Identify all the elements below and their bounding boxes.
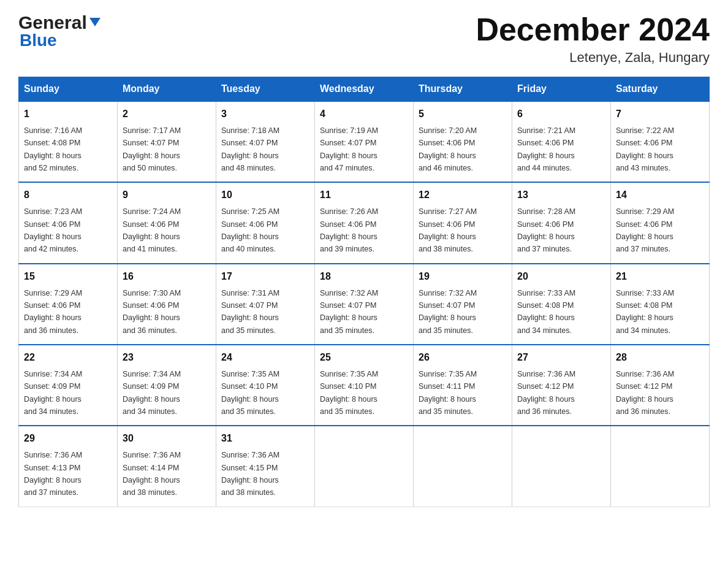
calendar-cell [315, 426, 414, 507]
header-saturday: Saturday [611, 77, 710, 102]
day-number: 30 [123, 431, 211, 446]
day-number: 6 [517, 107, 605, 122]
day-number: 25 [320, 350, 408, 366]
location-label: Letenye, Zala, Hungary [476, 50, 710, 66]
day-number: 16 [123, 269, 211, 285]
day-info: Sunrise: 7:30 AMSunset: 4:06 PMDaylight:… [123, 289, 181, 335]
header-thursday: Thursday [414, 77, 512, 102]
day-info: Sunrise: 7:35 AMSunset: 4:10 PMDaylight:… [320, 370, 378, 416]
calendar-cell: 6 Sunrise: 7:21 AMSunset: 4:06 PMDayligh… [512, 101, 611, 182]
header-monday: Monday [118, 77, 216, 102]
day-number: 26 [419, 350, 507, 366]
day-number: 2 [123, 107, 211, 122]
calendar-cell: 25 Sunrise: 7:35 AMSunset: 4:10 PMDaylig… [315, 345, 414, 426]
header-wednesday: Wednesday [315, 77, 414, 102]
day-info: Sunrise: 7:32 AMSunset: 4:07 PMDaylight:… [320, 289, 378, 335]
day-number: 3 [221, 107, 309, 122]
day-info: Sunrise: 7:31 AMSunset: 4:07 PMDaylight:… [221, 289, 279, 335]
day-number: 17 [221, 269, 309, 285]
calendar-week-5: 29 Sunrise: 7:36 AMSunset: 4:13 PMDaylig… [19, 426, 710, 507]
day-info: Sunrise: 7:26 AMSunset: 4:06 PMDaylight:… [320, 207, 378, 253]
day-number: 7 [616, 107, 704, 122]
day-info: Sunrise: 7:29 AMSunset: 4:06 PMDaylight:… [616, 207, 674, 253]
header-tuesday: Tuesday [216, 77, 315, 102]
calendar-cell: 1 Sunrise: 7:16 AMSunset: 4:08 PMDayligh… [19, 101, 118, 182]
day-info: Sunrise: 7:23 AMSunset: 4:06 PMDaylight:… [24, 207, 82, 253]
day-number: 27 [517, 350, 605, 366]
day-number: 29 [24, 431, 112, 446]
calendar-week-1: 1 Sunrise: 7:16 AMSunset: 4:08 PMDayligh… [19, 101, 710, 182]
day-info: Sunrise: 7:35 AMSunset: 4:10 PMDaylight:… [221, 370, 279, 416]
calendar-cell [414, 426, 512, 507]
calendar-cell: 23 Sunrise: 7:34 AMSunset: 4:09 PMDaylig… [118, 345, 216, 426]
day-number: 14 [616, 188, 704, 203]
calendar-cell: 27 Sunrise: 7:36 AMSunset: 4:12 PMDaylig… [512, 345, 611, 426]
day-number: 28 [616, 350, 704, 366]
title-area: December 2024 Letenye, Zala, Hungary [476, 12, 710, 66]
calendar-cell [512, 426, 611, 507]
calendar-table: SundayMondayTuesdayWednesdayThursdayFrid… [18, 77, 710, 507]
calendar-cell: 2 Sunrise: 7:17 AMSunset: 4:07 PMDayligh… [118, 101, 216, 182]
logo-general-text: General [18, 12, 87, 33]
day-number: 15 [24, 269, 112, 285]
day-number: 11 [320, 188, 408, 203]
day-info: Sunrise: 7:17 AMSunset: 4:07 PMDaylight:… [123, 126, 181, 172]
calendar-cell: 29 Sunrise: 7:36 AMSunset: 4:13 PMDaylig… [19, 426, 118, 507]
calendar-cell: 4 Sunrise: 7:19 AMSunset: 4:07 PMDayligh… [315, 101, 414, 182]
day-number: 23 [123, 350, 211, 366]
day-number: 20 [517, 269, 605, 285]
calendar-cell: 15 Sunrise: 7:29 AMSunset: 4:06 PMDaylig… [19, 264, 118, 345]
calendar-cell: 13 Sunrise: 7:28 AMSunset: 4:06 PMDaylig… [512, 182, 611, 263]
day-info: Sunrise: 7:18 AMSunset: 4:07 PMDaylight:… [221, 126, 279, 172]
calendar-cell: 26 Sunrise: 7:35 AMSunset: 4:11 PMDaylig… [414, 345, 512, 426]
day-info: Sunrise: 7:24 AMSunset: 4:06 PMDaylight:… [123, 207, 181, 253]
calendar-cell: 17 Sunrise: 7:31 AMSunset: 4:07 PMDaylig… [216, 264, 315, 345]
day-info: Sunrise: 7:16 AMSunset: 4:08 PMDaylight:… [24, 126, 82, 172]
calendar-cell: 14 Sunrise: 7:29 AMSunset: 4:06 PMDaylig… [611, 182, 710, 263]
day-number: 21 [616, 269, 704, 285]
calendar-week-2: 8 Sunrise: 7:23 AMSunset: 4:06 PMDayligh… [19, 182, 710, 263]
day-number: 22 [24, 350, 112, 366]
calendar-cell: 30 Sunrise: 7:36 AMSunset: 4:14 PMDaylig… [118, 426, 216, 507]
calendar-week-4: 22 Sunrise: 7:34 AMSunset: 4:09 PMDaylig… [19, 345, 710, 426]
day-info: Sunrise: 7:33 AMSunset: 4:08 PMDaylight:… [517, 289, 575, 335]
day-number: 18 [320, 269, 408, 285]
day-number: 10 [221, 188, 309, 203]
day-info: Sunrise: 7:34 AMSunset: 4:09 PMDaylight:… [123, 370, 181, 416]
calendar-header-row: SundayMondayTuesdayWednesdayThursdayFrid… [19, 77, 710, 102]
day-number: 1 [24, 107, 112, 122]
calendar-cell: 5 Sunrise: 7:20 AMSunset: 4:06 PMDayligh… [414, 101, 512, 182]
calendar-cell: 20 Sunrise: 7:33 AMSunset: 4:08 PMDaylig… [512, 264, 611, 345]
day-info: Sunrise: 7:36 AMSunset: 4:14 PMDaylight:… [123, 451, 181, 497]
calendar-week-3: 15 Sunrise: 7:29 AMSunset: 4:06 PMDaylig… [19, 264, 710, 345]
calendar-cell: 9 Sunrise: 7:24 AMSunset: 4:06 PMDayligh… [118, 182, 216, 263]
calendar-cell: 19 Sunrise: 7:32 AMSunset: 4:07 PMDaylig… [414, 264, 512, 345]
day-info: Sunrise: 7:22 AMSunset: 4:06 PMDaylight:… [616, 126, 674, 172]
day-info: Sunrise: 7:32 AMSunset: 4:07 PMDaylight:… [419, 289, 477, 335]
day-info: Sunrise: 7:19 AMSunset: 4:07 PMDaylight:… [320, 126, 378, 172]
calendar-cell: 28 Sunrise: 7:36 AMSunset: 4:12 PMDaylig… [611, 345, 710, 426]
day-info: Sunrise: 7:33 AMSunset: 4:08 PMDaylight:… [616, 289, 674, 335]
day-number: 4 [320, 107, 408, 122]
header-friday: Friday [512, 77, 611, 102]
day-info: Sunrise: 7:36 AMSunset: 4:13 PMDaylight:… [24, 451, 82, 497]
calendar-cell [611, 426, 710, 507]
day-number: 9 [123, 188, 211, 203]
day-info: Sunrise: 7:25 AMSunset: 4:06 PMDaylight:… [221, 207, 279, 253]
header-sunday: Sunday [19, 77, 118, 102]
day-info: Sunrise: 7:20 AMSunset: 4:06 PMDaylight:… [419, 126, 477, 172]
calendar-cell: 7 Sunrise: 7:22 AMSunset: 4:06 PMDayligh… [611, 101, 710, 182]
calendar-cell: 12 Sunrise: 7:27 AMSunset: 4:06 PMDaylig… [414, 182, 512, 263]
calendar-cell: 21 Sunrise: 7:33 AMSunset: 4:08 PMDaylig… [611, 264, 710, 345]
day-info: Sunrise: 7:28 AMSunset: 4:06 PMDaylight:… [517, 207, 575, 253]
day-info: Sunrise: 7:29 AMSunset: 4:06 PMDaylight:… [24, 289, 82, 335]
day-number: 31 [221, 431, 309, 446]
calendar-cell: 11 Sunrise: 7:26 AMSunset: 4:06 PMDaylig… [315, 182, 414, 263]
day-number: 12 [419, 188, 507, 203]
logo: General Blue [18, 12, 102, 50]
calendar-cell: 18 Sunrise: 7:32 AMSunset: 4:07 PMDaylig… [315, 264, 414, 345]
day-number: 5 [419, 107, 507, 122]
calendar-cell: 22 Sunrise: 7:34 AMSunset: 4:09 PMDaylig… [19, 345, 118, 426]
day-info: Sunrise: 7:21 AMSunset: 4:06 PMDaylight:… [517, 126, 575, 172]
page-header: General Blue December 2024 Letenye, Zala… [18, 12, 710, 66]
